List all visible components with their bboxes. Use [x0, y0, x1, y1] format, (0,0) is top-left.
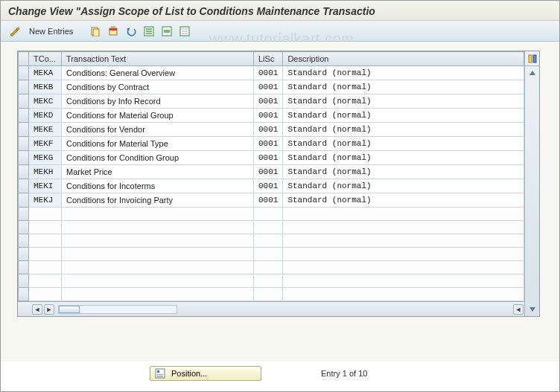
scroll-thumb[interactable]	[59, 306, 80, 313]
cell-transaction-text[interactable]: Conditions for Material Type	[62, 137, 254, 151]
cell-lisc[interactable]: 0001	[254, 123, 283, 137]
cell-lisc[interactable]: 0001	[254, 66, 283, 80]
cell-lisc[interactable]: 0001	[254, 94, 283, 109]
table-row[interactable]: MEKAConditions: General Overview0001Stan…	[19, 66, 524, 80]
cell-empty[interactable]	[283, 221, 524, 234]
cell-transaction-text[interactable]: Conditions for Incoterms	[62, 179, 254, 193]
change-display-icon[interactable]	[7, 24, 22, 39]
cell-tcode[interactable]: MEKI	[29, 179, 62, 193]
cell-description[interactable]: Standard (normal)	[283, 109, 524, 123]
table-row[interactable]: MEKHMarket Price0001Standard (normal)	[19, 165, 524, 179]
scroll-track[interactable]	[58, 305, 177, 314]
cell-empty[interactable]	[62, 208, 254, 221]
cell-tcode[interactable]: MEKJ	[29, 193, 62, 208]
select-block-icon[interactable]	[159, 24, 174, 39]
table-row[interactable]: MEKDConditions for Material Group0001Sta…	[19, 109, 524, 123]
cell-lisc[interactable]: 0001	[254, 137, 283, 151]
cell-transaction-text[interactable]: Conditions by Contract	[62, 80, 254, 94]
row-selector[interactable]	[19, 234, 29, 248]
cell-tcode[interactable]: MEKB	[29, 80, 62, 94]
cell-description[interactable]: Standard (normal)	[283, 179, 524, 193]
cell-description[interactable]: Standard (normal)	[283, 80, 524, 94]
row-selector[interactable]	[19, 261, 29, 274]
cell-empty[interactable]	[283, 234, 524, 248]
cell-description[interactable]: Standard (normal)	[283, 123, 524, 137]
row-selector[interactable]	[19, 80, 29, 94]
cell-lisc[interactable]: 0001	[254, 179, 283, 193]
table-row[interactable]: MEKEConditions for Vendor0001Standard (n…	[19, 123, 524, 137]
cell-description[interactable]: Standard (normal)	[283, 193, 524, 208]
table-row[interactable]: MEKGConditions for Condition Group0001St…	[19, 151, 524, 165]
col-lisc[interactable]: LiSc	[254, 52, 283, 66]
cell-description[interactable]: Standard (normal)	[283, 151, 524, 165]
cell-lisc[interactable]: 0001	[254, 165, 283, 179]
scroll-down-icon[interactable]	[525, 303, 539, 316]
cell-empty[interactable]	[62, 221, 254, 234]
row-selector[interactable]	[19, 123, 29, 137]
cell-transaction-text[interactable]: Conditions by Info Record	[62, 94, 254, 109]
scroll-up-icon[interactable]	[525, 66, 539, 80]
table-row[interactable]: MEKJConditions for Invoicing Party0001St…	[19, 193, 524, 208]
cell-transaction-text[interactable]: Conditions for Vendor	[62, 123, 254, 137]
col-tcode[interactable]: TCo...	[29, 52, 62, 66]
scroll-right-icon[interactable]: ►	[44, 304, 54, 315]
cell-transaction-text[interactable]: Conditions: General Overview	[62, 66, 254, 80]
row-selector[interactable]	[19, 137, 29, 151]
row-selector[interactable]	[19, 193, 29, 208]
cell-tcode[interactable]: MEKF	[29, 137, 62, 151]
cell-empty[interactable]	[254, 221, 283, 234]
cell-empty[interactable]	[62, 261, 254, 274]
cell-empty[interactable]	[283, 208, 524, 221]
cell-empty[interactable]	[283, 248, 524, 261]
cell-empty[interactable]	[254, 208, 283, 221]
cell-empty[interactable]	[62, 274, 254, 288]
row-selector[interactable]	[19, 208, 29, 221]
col-description[interactable]: Description	[283, 52, 524, 66]
row-selector[interactable]	[19, 165, 29, 179]
position-button[interactable]: Position...	[150, 366, 261, 381]
cell-transaction-text[interactable]: Conditions for Condition Group	[62, 151, 254, 165]
row-selector[interactable]	[19, 109, 29, 123]
cell-empty[interactable]	[254, 234, 283, 248]
cell-empty[interactable]	[62, 234, 254, 248]
row-selector[interactable]	[19, 221, 29, 234]
row-selector[interactable]	[19, 66, 29, 80]
col-row-selector[interactable]	[19, 52, 29, 66]
cell-tcode[interactable]: MEKA	[29, 66, 62, 80]
cell-empty[interactable]	[29, 234, 62, 248]
cell-empty[interactable]	[29, 274, 62, 288]
cell-tcode[interactable]: MEKD	[29, 109, 62, 123]
cell-transaction-text[interactable]: Conditions for Invoicing Party	[62, 193, 254, 208]
cell-description[interactable]: Standard (normal)	[283, 66, 524, 80]
row-selector[interactable]	[19, 288, 29, 301]
cell-lisc[interactable]: 0001	[254, 193, 283, 208]
row-selector[interactable]	[19, 248, 29, 261]
cell-empty[interactable]	[29, 208, 62, 221]
table-row[interactable]: MEKIConditions for Incoterms0001Standard…	[19, 179, 524, 193]
cell-tcode[interactable]: MEKE	[29, 123, 62, 137]
cell-transaction-text[interactable]: Conditions for Material Group	[62, 109, 254, 123]
deselect-all-icon[interactable]	[177, 24, 192, 39]
row-selector[interactable]	[19, 151, 29, 165]
table-row[interactable]: MEKCConditions by Info Record0001Standar…	[19, 94, 524, 109]
cell-description[interactable]: Standard (normal)	[283, 94, 524, 109]
configure-columns-icon[interactable]	[525, 51, 539, 66]
cell-description[interactable]: Standard (normal)	[283, 137, 524, 151]
delete-icon[interactable]	[106, 24, 121, 39]
cell-empty[interactable]	[254, 261, 283, 274]
copy-icon[interactable]	[88, 24, 103, 39]
new-entries-button[interactable]: New Entries	[25, 25, 77, 37]
scroll-left2-icon[interactable]: ◄	[513, 304, 524, 315]
undo-icon[interactable]	[124, 24, 139, 39]
cell-empty[interactable]	[283, 274, 524, 288]
cell-transaction-text[interactable]: Market Price	[62, 165, 254, 179]
cell-empty[interactable]	[283, 261, 524, 274]
cell-lisc[interactable]: 0001	[254, 109, 283, 123]
table-row[interactable]: MEKFConditions for Material Type0001Stan…	[19, 137, 524, 151]
row-selector[interactable]	[19, 94, 29, 109]
cell-lisc[interactable]: 0001	[254, 151, 283, 165]
scroll-left-icon[interactable]: ◄	[32, 304, 42, 315]
cell-empty[interactable]	[29, 221, 62, 234]
cell-empty[interactable]	[254, 274, 283, 288]
cell-tcode[interactable]: MEKC	[29, 94, 62, 109]
